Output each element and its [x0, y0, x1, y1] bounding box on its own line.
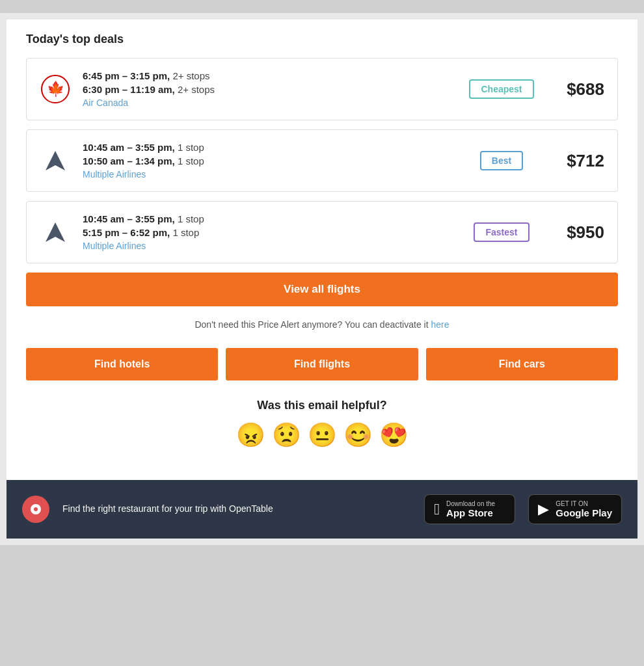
- google-play-sub: GET IT ON: [556, 500, 612, 507]
- svg-marker-2: [46, 151, 65, 170]
- airline-name-3: Multiple Airlines: [83, 241, 451, 251]
- app-store-text: Download on the App Store: [446, 500, 495, 518]
- cheapest-badge: Cheapest: [469, 79, 533, 99]
- emoji-happy[interactable]: 😊: [343, 421, 373, 449]
- flight-leg1-1: 6:45 pm – 3:15 pm, 2+ stops: [83, 70, 451, 81]
- deactivate-section: Don't need this Price Alert anymore? You…: [26, 319, 618, 330]
- flight-leg2-2: 10:50 am – 1:34 pm, 1 stop: [83, 155, 451, 166]
- page-container: Today's top deals 🍁 6:45 pm – 3:15 pm, 2…: [0, 13, 644, 545]
- badge-area-2: Best: [463, 151, 541, 170]
- fastest-badge: Fastest: [474, 222, 529, 242]
- google-play-icon: ▶: [538, 501, 549, 518]
- flight-card-2[interactable]: 10:45 am – 3:55 pm, 1 stop 10:50 am – 1:…: [26, 129, 618, 192]
- airline-logo-1: 🍁: [40, 73, 71, 105]
- airline-logo-2: [40, 145, 71, 176]
- footer-text: Find the right restaurant for your trip …: [62, 503, 411, 516]
- flight-leg1-2: 10:45 am – 3:55 pm, 1 stop: [83, 142, 451, 153]
- find-cars-button[interactable]: Find cars: [426, 348, 618, 380]
- svg-marker-3: [46, 222, 65, 242]
- opentable-logo: [22, 496, 49, 523]
- flight-leg2-3: 5:15 pm – 6:52 pm, 1 stop: [83, 227, 451, 238]
- opentable-logo-dot: [34, 507, 38, 511]
- flight-price-1: $688: [552, 79, 604, 100]
- deactivate-text: Don't need this Price Alert anymore? You…: [195, 319, 428, 330]
- flight-card-1[interactable]: 🍁 6:45 pm – 3:15 pm, 2+ stops 6:30 pm – …: [26, 58, 618, 120]
- feedback-title: Was this email helpful?: [26, 399, 618, 412]
- feedback-section: Was this email helpful? 😠 😟 😐 😊 😍: [26, 399, 618, 449]
- emoji-row: 😠 😟 😐 😊 😍: [26, 421, 618, 449]
- google-play-text: GET IT ON Google Play: [556, 500, 612, 518]
- airline-name-2: Multiple Airlines: [83, 169, 451, 180]
- flight-info-2: 10:45 am – 3:55 pm, 1 stop 10:50 am – 1:…: [83, 142, 451, 180]
- find-flights-button[interactable]: Find flights: [226, 348, 418, 380]
- airline-name-1: Air Canada: [83, 98, 451, 108]
- best-badge: Best: [480, 151, 523, 170]
- airline-logo-3: [40, 217, 71, 248]
- google-play-name: Google Play: [556, 507, 612, 518]
- flight-price-3: $950: [552, 222, 604, 243]
- badge-area-1: Cheapest: [463, 79, 541, 99]
- view-all-flights-button[interactable]: View all flights: [26, 273, 618, 306]
- flight-leg1-3: 10:45 am – 3:55 pm, 1 stop: [83, 213, 451, 224]
- flight-leg2-1: 6:30 pm – 11:19 am, 2+ stops: [83, 84, 451, 95]
- flight-info-1: 6:45 pm – 3:15 pm, 2+ stops 6:30 pm – 11…: [83, 70, 451, 108]
- app-store-sub: Download on the: [446, 500, 495, 507]
- page-title: Today's top deals: [26, 33, 618, 46]
- main-card: Today's top deals 🍁 6:45 pm – 3:15 pm, 2…: [7, 20, 637, 480]
- emoji-neutral[interactable]: 😐: [308, 421, 337, 449]
- app-store-button[interactable]:  Download on the App Store: [424, 494, 515, 524]
- flight-info-3: 10:45 am – 3:55 pm, 1 stop 5:15 pm – 6:5…: [83, 213, 451, 251]
- emoji-angry[interactable]: 😠: [236, 421, 265, 449]
- find-hotels-button[interactable]: Find hotels: [26, 348, 218, 380]
- flight-card-3[interactable]: 10:45 am – 3:55 pm, 1 stop 5:15 pm – 6:5…: [26, 201, 618, 263]
- svg-text:🍁: 🍁: [47, 80, 65, 98]
- badge-area-3: Fastest: [463, 222, 541, 242]
- apple-icon: : [434, 500, 440, 518]
- footer: Find the right restaurant for your trip …: [7, 480, 637, 539]
- app-store-name: App Store: [446, 507, 495, 518]
- deactivate-link[interactable]: here: [431, 319, 449, 330]
- google-play-button[interactable]: ▶ GET IT ON Google Play: [528, 494, 622, 524]
- emoji-love[interactable]: 😍: [379, 421, 409, 449]
- emoji-sad[interactable]: 😟: [272, 421, 301, 449]
- flight-price-2: $712: [552, 151, 604, 171]
- action-buttons: Find hotels Find flights Find cars: [26, 348, 618, 380]
- opentable-logo-inner: [31, 504, 41, 514]
